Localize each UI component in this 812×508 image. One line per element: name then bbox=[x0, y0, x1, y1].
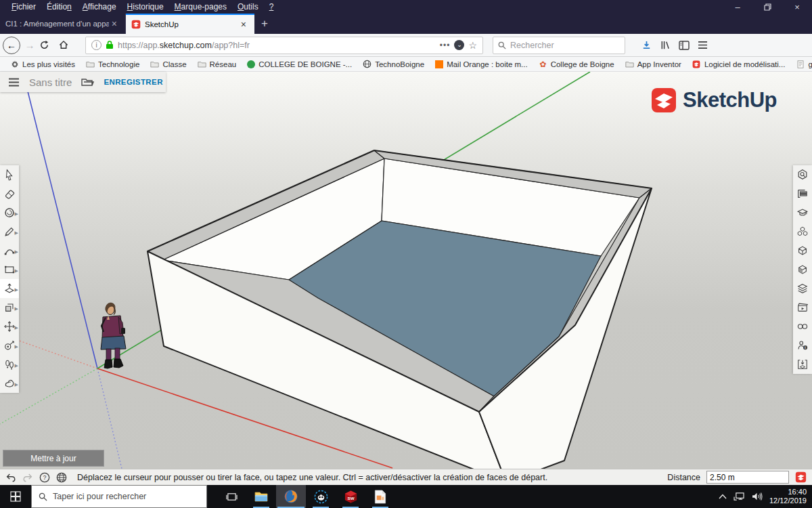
menu-aide[interactable]: ? bbox=[265, 1, 279, 13]
export-icon bbox=[796, 358, 809, 371]
bookmark-college-de-boigne[interactable]: ✿College de Boigne bbox=[534, 60, 619, 68]
search-warehouse-panel[interactable] bbox=[793, 165, 812, 184]
solidworks-button[interactable]: SW bbox=[336, 485, 365, 508]
display-panel[interactable] bbox=[793, 317, 812, 336]
search-bar[interactable]: Rechercher bbox=[493, 37, 625, 54]
arc-tool[interactable]: ▶ bbox=[0, 241, 19, 260]
look-around-tool[interactable]: ▶ bbox=[0, 374, 19, 393]
status-message: Déplacez le curseur pour pousser ou tire… bbox=[77, 473, 661, 482]
eraser-icon bbox=[3, 188, 16, 200]
export-panel[interactable] bbox=[793, 355, 812, 374]
model-title[interactable]: Sans titre bbox=[29, 77, 72, 88]
close-icon[interactable]: × bbox=[109, 18, 120, 29]
menu-fichier[interactable]: Fichier bbox=[7, 1, 41, 13]
model-info-panel[interactable]: i bbox=[793, 336, 812, 355]
svg-text:?: ? bbox=[43, 474, 47, 481]
sketchup-viewport[interactable]: Sans titre ENREGISTRER SketchUp ▶ bbox=[0, 72, 812, 469]
bookmark-technologie[interactable]: Technologie bbox=[81, 60, 144, 68]
hamburger-menu-icon[interactable] bbox=[698, 41, 708, 49]
network-icon[interactable] bbox=[734, 492, 745, 501]
styles-panel[interactable] bbox=[793, 260, 812, 279]
offset-tool[interactable]: ▶ bbox=[0, 298, 19, 317]
clock[interactable]: 16:40 12/12/2019 bbox=[769, 488, 807, 505]
menu-historique[interactable]: Historique bbox=[122, 1, 168, 13]
close-button[interactable]: × bbox=[782, 0, 812, 14]
bookmark-technoboigne[interactable]: TechnoBoigne bbox=[358, 60, 429, 68]
line-tool[interactable]: ▶ bbox=[0, 222, 19, 241]
move-tool[interactable]: ▶ bbox=[0, 317, 19, 336]
restore-button[interactable] bbox=[752, 0, 782, 14]
bookmark-app-inventor[interactable]: App Inventor bbox=[621, 60, 686, 68]
start-button[interactable] bbox=[0, 485, 31, 508]
eraser-tool[interactable] bbox=[0, 184, 19, 203]
update-button[interactable]: Mettre à jour bbox=[3, 450, 104, 467]
bookmark-classe[interactable]: Classe bbox=[145, 60, 191, 68]
speaker-icon[interactable] bbox=[752, 492, 763, 501]
impress-button[interactable] bbox=[365, 485, 395, 508]
home-button[interactable] bbox=[58, 40, 77, 50]
redo-icon[interactable] bbox=[22, 473, 33, 482]
forward-button[interactable]: → bbox=[20, 39, 39, 51]
back-button[interactable]: ← bbox=[3, 37, 20, 54]
tape-measure-tool[interactable]: ▶ bbox=[0, 336, 19, 355]
close-icon[interactable]: × bbox=[238, 19, 249, 30]
language-globe-icon[interactable] bbox=[56, 472, 67, 483]
panda-app-button[interactable] bbox=[306, 485, 336, 508]
rectangle-tool[interactable]: ▶ bbox=[0, 260, 19, 279]
page-actions-icon[interactable]: ••• bbox=[440, 41, 451, 50]
tray-chevron-icon[interactable] bbox=[719, 494, 727, 499]
flower-icon: ✿ bbox=[539, 60, 547, 68]
task-view-icon bbox=[226, 492, 238, 502]
bookmark-les-plus-visites[interactable]: Les plus visités bbox=[5, 60, 80, 68]
instructor-panel[interactable] bbox=[793, 203, 812, 222]
new-tab-button[interactable]: + bbox=[254, 14, 275, 34]
file-explorer-button[interactable] bbox=[246, 485, 276, 508]
browser-titlebar: Fichier Édition Affichage Historique Mar… bbox=[0, 0, 812, 34]
task-view-button[interactable] bbox=[217, 485, 246, 508]
bookmark-label: College de Boigne bbox=[551, 60, 614, 68]
open-folder-icon[interactable] bbox=[81, 77, 94, 87]
blue-axis bbox=[27, 89, 97, 368]
menu-affichage[interactable]: Affichage bbox=[78, 1, 121, 13]
menu-edition[interactable]: Édition bbox=[42, 1, 76, 13]
save-button[interactable]: ENREGISTRER bbox=[104, 78, 162, 86]
globe-icon bbox=[363, 60, 371, 68]
reload-button[interactable] bbox=[39, 40, 58, 50]
distance-input[interactable]: 2.50 m bbox=[706, 471, 789, 484]
page-info-icon[interactable]: i bbox=[91, 40, 102, 50]
undo-icon[interactable] bbox=[5, 473, 16, 482]
sidebar-icon[interactable] bbox=[679, 41, 690, 50]
app-menu-icon[interactable] bbox=[8, 78, 20, 87]
pocket-icon[interactable]: ⌄ bbox=[454, 40, 464, 50]
windows-taskbar: Taper ici pour rechercher SW bbox=[0, 485, 812, 508]
help-icon[interactable]: ? bbox=[39, 472, 50, 483]
scenes-panel[interactable] bbox=[793, 298, 812, 317]
tags-panel[interactable] bbox=[793, 279, 812, 298]
tab-sketchup[interactable]: SketchUp × bbox=[126, 14, 254, 34]
push-pull-tool[interactable]: ▶ bbox=[0, 279, 19, 298]
select-tool[interactable] bbox=[0, 165, 19, 184]
bookmark-star-icon[interactable]: ☆ bbox=[468, 40, 477, 51]
minimize-button[interactable]: – bbox=[723, 0, 752, 14]
tab-strip: CI1 : Aménagement d'un appartem × Sketch… bbox=[0, 14, 275, 34]
components-panel[interactable] bbox=[793, 222, 812, 241]
bookmark-mail-orange[interactable]: Mail Orange : boite m... bbox=[430, 60, 533, 68]
menu-marque-pages[interactable]: Marque-pages bbox=[170, 1, 231, 13]
materials-panel[interactable] bbox=[793, 241, 812, 260]
bookmark-logiciel-modelisation[interactable]: Logiciel de modélisati... bbox=[687, 60, 790, 68]
menu-outils[interactable]: Outils bbox=[233, 1, 263, 13]
outliner-panel[interactable] bbox=[793, 184, 812, 203]
url-bar[interactable]: i https://app.sketchup.com/app?hl=fr •••… bbox=[85, 37, 483, 54]
room-model[interactable] bbox=[148, 150, 652, 469]
tab-ci1[interactable]: CI1 : Aménagement d'un appartem × bbox=[0, 14, 126, 34]
bookmark-reseau[interactable]: Réseau bbox=[193, 60, 242, 68]
library-icon[interactable] bbox=[660, 40, 671, 50]
taskbar-search[interactable]: Taper ici pour rechercher bbox=[31, 485, 207, 508]
walk-tool[interactable]: ▶ bbox=[0, 355, 19, 374]
paint-tool[interactable]: ▶ bbox=[0, 203, 19, 222]
bookmark-college-de-boigne-site[interactable]: COLLEGE DE BOIGNE -... bbox=[242, 60, 357, 68]
bookmark-glpi[interactable]: glpi.savoie.fr bbox=[791, 60, 812, 68]
downloads-icon[interactable] bbox=[641, 40, 652, 50]
screen: Fichier Édition Affichage Historique Mar… bbox=[0, 0, 812, 508]
firefox-button[interactable] bbox=[276, 485, 306, 508]
